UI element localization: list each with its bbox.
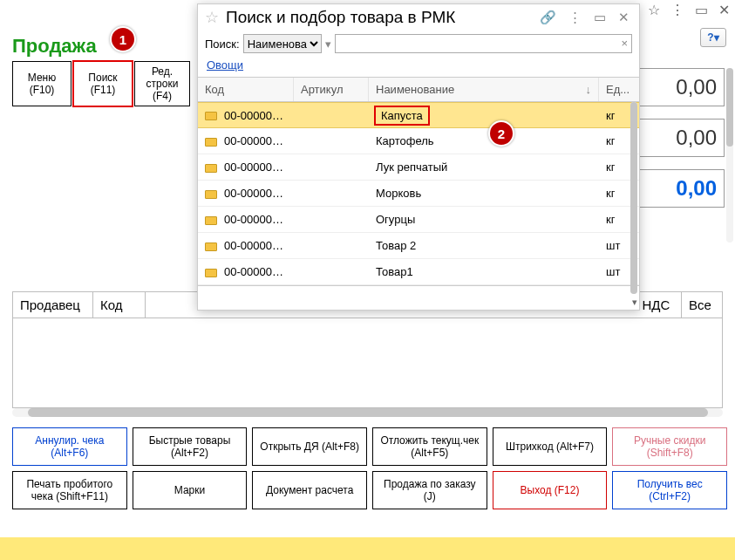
- product-code: 00-00000…: [224, 109, 283, 122]
- product-name: Товар1: [376, 265, 413, 278]
- get-weight-button[interactable]: Получить вес (Ctrl+F2): [612, 471, 727, 509]
- product-code: 00-00000…: [224, 160, 283, 174]
- payment-doc-button[interactable]: Документ расчета: [252, 471, 367, 509]
- table-row[interactable]: 00-00000…Товар 2шт: [198, 233, 639, 259]
- barcode-button[interactable]: Штрихкод (Alt+F7): [493, 427, 608, 466]
- main-table-body[interactable]: [13, 318, 722, 407]
- dialog-kebab-icon[interactable]: ⋮: [566, 10, 584, 25]
- select-chevron-icon[interactable]: ▾: [325, 38, 331, 51]
- postpone-button[interactable]: Отложить текущ.чек (Alt+F5): [372, 427, 487, 466]
- annul-button[interactable]: Аннулир. чека (Alt+F6): [12, 427, 127, 466]
- product-name: Морковь: [376, 187, 421, 200]
- search-label: Поиск:: [205, 38, 240, 51]
- folder-icon: [205, 190, 217, 199]
- main-hscrollbar[interactable]: [12, 408, 723, 417]
- hdr-name[interactable]: Наименование ↓: [369, 78, 599, 101]
- hdr-article[interactable]: Артикул: [294, 78, 369, 101]
- kebab-icon[interactable]: ⋮: [670, 2, 684, 18]
- edit-row-button[interactable]: Ред. строки (F4): [134, 61, 190, 106]
- status-bar: [0, 537, 735, 560]
- col-code[interactable]: Код: [93, 292, 146, 318]
- sort-down-icon[interactable]: ↓: [586, 83, 592, 96]
- folder-icon: [205, 138, 217, 147]
- link-icon[interactable]: 🔗: [537, 10, 559, 25]
- product-name: Огурцы: [376, 213, 415, 226]
- help-button[interactable]: ? ▾: [700, 28, 726, 47]
- exit-button[interactable]: Выход (F12): [493, 471, 608, 509]
- folder-icon: [205, 112, 217, 120]
- product-name: Лук репчатый: [376, 160, 447, 174]
- table-row[interactable]: 00-00000…Товар1шт: [198, 259, 639, 285]
- right-scrollbar[interactable]: [726, 68, 733, 242]
- print-receipt-button[interactable]: Печать пробитого чека (Shift+F11): [12, 471, 127, 509]
- table-row[interactable]: 00-00000…Морковькг: [198, 181, 639, 207]
- window-close-icon[interactable]: ✕: [718, 2, 730, 18]
- product-name: Картофель: [376, 134, 434, 147]
- fast-goods-button[interactable]: Быстрые товары (Alt+F2): [133, 427, 248, 466]
- menu-button[interactable]: Меню (F10): [12, 61, 71, 106]
- folder-icon: [205, 269, 217, 277]
- hdr-code[interactable]: Код: [198, 78, 294, 101]
- clear-search-icon[interactable]: ×: [621, 37, 628, 50]
- dialog-scrollbar[interactable]: [630, 102, 637, 294]
- product-name: Товар 2: [376, 239, 416, 252]
- folder-icon: [205, 216, 217, 225]
- hdr-unit[interactable]: Ед...: [599, 78, 639, 101]
- product-code: 00-00000…: [224, 134, 283, 147]
- product-code: 00-00000…: [224, 265, 283, 278]
- dialog-title: Поиск и подбор товара в РМК: [226, 8, 530, 27]
- product-table: Код Артикул Наименование ↓ Ед... 00-0000…: [198, 77, 639, 286]
- fav-icon[interactable]: ☆: [648, 2, 660, 18]
- product-code: 00-00000…: [224, 213, 283, 226]
- callout-badge-1: 1: [110, 26, 136, 52]
- table-row[interactable]: 00-00000…Огурцыкг: [198, 207, 639, 233]
- open-drawer-button[interactable]: Открыть ДЯ (Alt+F8): [252, 427, 367, 466]
- dialog-max-icon[interactable]: ▭: [591, 10, 609, 25]
- table-row[interactable]: 00-00000…Капустакг: [198, 102, 639, 128]
- search-mode-select[interactable]: Наименова: [243, 34, 322, 53]
- product-name: Капуста: [374, 106, 430, 126]
- amount-1: 0,00: [634, 68, 725, 106]
- window-min-icon[interactable]: ▭: [695, 2, 708, 18]
- breadcrumb-link[interactable]: Овощи: [207, 58, 243, 72]
- table-row[interactable]: 00-00000…Картофелькг: [198, 128, 639, 154]
- col-seller[interactable]: Продавец: [13, 292, 93, 318]
- folder-icon: [205, 242, 217, 251]
- folder-icon: [205, 164, 217, 173]
- callout-badge-2: 2: [488, 120, 514, 147]
- sale-by-order-button[interactable]: Продажа по заказу (J): [372, 471, 487, 509]
- page-title: Продажа: [12, 35, 97, 58]
- marks-button[interactable]: Марки: [133, 471, 248, 509]
- manual-discount-button[interactable]: Ручные скидки (Shift+F8): [612, 427, 727, 466]
- search-input[interactable]: ×: [335, 34, 632, 53]
- search-button[interactable]: Поиск (F11): [73, 61, 133, 106]
- dialog-close-icon[interactable]: ✕: [616, 10, 632, 25]
- amount-2: 0,00: [634, 119, 725, 157]
- dialog-dropdown-icon[interactable]: ▾: [632, 297, 637, 308]
- table-row[interactable]: 00-00000…Лук репчатыйкг: [198, 154, 639, 181]
- col-total[interactable]: Все: [682, 292, 722, 318]
- product-search-dialog: ☆ Поиск и подбор товара в РМК 🔗 ⋮ ▭ ✕ По…: [197, 3, 640, 311]
- product-code: 00-00000…: [224, 239, 283, 252]
- product-code: 00-00000…: [224, 187, 283, 200]
- dialog-fav-icon[interactable]: ☆: [205, 8, 219, 27]
- amount-total: 0,00: [634, 169, 725, 208]
